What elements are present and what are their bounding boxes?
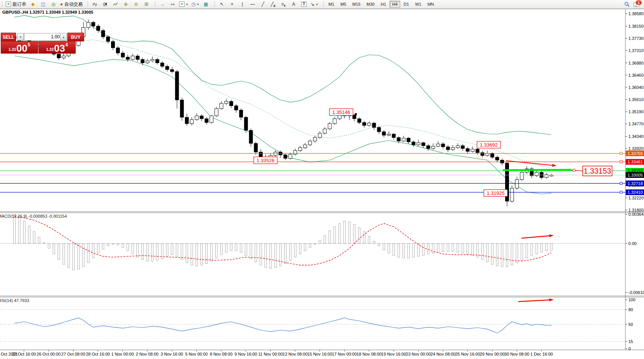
signals-icon-icon: ◎ xyxy=(51,2,55,6)
svg-text:5 Nov 00:00: 5 Nov 00:00 xyxy=(185,352,208,356)
horizontal-line-icon[interactable]: — xyxy=(248,0,258,8)
svg-text:2 Nov 08:00: 2 Nov 08:00 xyxy=(136,352,158,356)
tf-h4[interactable]: H4 xyxy=(390,1,400,8)
svg-text:1.35610: 1.35610 xyxy=(628,97,644,102)
buy-button[interactable]: BUY xyxy=(67,33,84,41)
line-chart-icon[interactable] xyxy=(111,0,120,8)
tf-m15[interactable]: M15 xyxy=(350,1,363,8)
tf-h1[interactable]: H1 xyxy=(378,1,389,8)
autotrading-button[interactable]: ●自动交易 xyxy=(59,0,84,8)
auto-scroll-icon-icon: → xyxy=(160,2,165,6)
vertical-line-icon-icon: | xyxy=(242,2,243,6)
annotations[interactable] xyxy=(503,161,582,302)
tf-m1[interactable]: M1 xyxy=(326,1,337,8)
chart-canvas[interactable]: 1.385801.381501.377301.373101.368801.364… xyxy=(0,0,644,359)
text-icon[interactable]: A xyxy=(289,0,299,8)
svg-text:11 Nov 00:00: 11 Nov 00:00 xyxy=(258,352,283,356)
cursor-icon[interactable]: ↖ xyxy=(217,0,227,8)
trade-group: +新订单◆◫◎●自动交易 xyxy=(0,0,86,8)
level-handle[interactable] xyxy=(620,191,622,193)
auto-scroll-icon[interactable]: → xyxy=(157,0,167,8)
bar-chart-icon[interactable] xyxy=(90,0,100,8)
svg-text:1 Nov 00:00: 1 Nov 00:00 xyxy=(111,352,134,356)
svg-text:1.32718: 1.32718 xyxy=(628,181,643,186)
search-button[interactable] xyxy=(623,1,630,8)
level-handle[interactable] xyxy=(620,161,622,163)
svg-text:1.33526: 1.33526 xyxy=(257,158,275,163)
buy-price-sup: 4 xyxy=(65,42,68,47)
tf-mn[interactable]: MN xyxy=(425,1,437,8)
zoom-in-icon[interactable]: ⊕ xyxy=(121,0,130,8)
new-order-button[interactable]: +新订单 xyxy=(5,0,27,8)
chevron-down-icon: ▼ xyxy=(197,3,199,6)
notifications-button[interactable]: 1 xyxy=(633,1,641,7)
text-icon-icon: A xyxy=(292,2,295,6)
trendline-icon[interactable]: ╱ xyxy=(258,0,268,8)
svg-text:1.35190: 1.35190 xyxy=(628,109,644,114)
rsi-arrow[interactable] xyxy=(518,300,552,302)
tf-m30[interactable]: M30 xyxy=(364,1,377,8)
thick-green-trendline[interactable] xyxy=(503,170,571,170)
toolbar: +新订单◆◫◎●自动交易⊕⊖⊞→↦+▼◷▼▦↖+|—╱╱E≡FAT↘▼M1M5M… xyxy=(0,0,644,9)
zoom-out-icon[interactable]: ⊖ xyxy=(131,0,141,8)
templates-dropdown[interactable]: ▦ xyxy=(201,0,211,8)
tile-windows-icon[interactable]: ⊞ xyxy=(142,0,151,8)
svg-text:0: 0 xyxy=(628,346,631,351)
chart-shift-icon[interactable]: ↦ xyxy=(168,0,177,8)
svg-text:1.34340: 1.34340 xyxy=(628,134,644,139)
sell-price-button[interactable]: 1.33 00 5 xyxy=(1,41,38,54)
volume-decrease-button[interactable]: ▼ xyxy=(17,33,24,41)
svg-text:1.35146: 1.35146 xyxy=(332,109,350,115)
panel-borders xyxy=(0,9,644,350)
tf-w1[interactable]: W1 xyxy=(412,1,424,8)
macd-panel: 0.0036410.00-0.006109 xyxy=(0,212,644,295)
level-handle[interactable] xyxy=(620,152,622,155)
svg-text:1.33005: 1.33005 xyxy=(628,173,643,177)
tf-d1[interactable]: D1 xyxy=(401,1,412,8)
macd-arrow[interactable] xyxy=(522,236,552,238)
svg-text:26 Oct 00:00: 26 Oct 00:00 xyxy=(37,352,60,356)
price-arrow[interactable] xyxy=(506,161,555,166)
tf-m5[interactable]: M5 xyxy=(338,1,349,8)
macd-label: MACD(12,26,9) -0.000853 -0.001154 xyxy=(0,214,67,218)
price-axis[interactable]: 1.385801.381501.377301.373101.368801.364… xyxy=(625,11,644,212)
periods-dropdown[interactable]: ◷▼ xyxy=(190,0,200,8)
signals-icon[interactable]: ◎ xyxy=(49,0,58,8)
sell-button[interactable]: SELL xyxy=(1,33,16,41)
new-chart-dropdown[interactable]: +▼ xyxy=(178,0,189,8)
arrows-dropdown[interactable]: ↘▼ xyxy=(310,0,320,8)
volume-increase-button[interactable]: ▲ xyxy=(60,33,67,41)
time-axis[interactable]: Oct 202122 Oct 16:0026 Oct 00:0027 Oct 0… xyxy=(1,350,553,356)
svg-text:25 Nov 16:00: 25 Nov 16:00 xyxy=(455,352,480,356)
candlestick-chart-icon[interactable] xyxy=(100,0,110,8)
svg-text:1.33461: 1.33461 xyxy=(628,160,643,164)
sell-price-prefix: 1.33 xyxy=(8,47,16,52)
equidistant-channel-icon[interactable]: ╱E xyxy=(269,0,278,8)
autotrading-button-label: 自动交易 xyxy=(64,1,83,8)
svg-text:1.33920: 1.33920 xyxy=(628,146,644,151)
svg-text:15: 15 xyxy=(628,339,633,344)
chart-shift-icon-icon: ↦ xyxy=(171,2,175,6)
cursor-icon-icon: ↖ xyxy=(220,2,224,6)
profiles-icon[interactable]: ◫ xyxy=(38,0,48,8)
svg-text:22 Oct 16:00: 22 Oct 16:00 xyxy=(12,352,36,356)
timeframe-group: M1M5M15M30H1H4D1W1MN xyxy=(321,0,439,8)
svg-text:100: 100 xyxy=(628,297,635,302)
svg-text:27 Oct 08:00: 27 Oct 08:00 xyxy=(61,352,85,356)
volume-input[interactable]: 1.00 xyxy=(24,33,62,41)
fibonacci-icon-icon: ≡ xyxy=(281,2,284,6)
svg-text:1.33692: 1.33692 xyxy=(480,142,498,148)
templates-icon[interactable]: ◆ xyxy=(28,0,38,8)
crosshair-icon-icon: + xyxy=(231,2,234,6)
buy-price-button[interactable]: 1.33 03 4 xyxy=(38,41,76,54)
toolbar-right: 1 xyxy=(623,0,641,8)
text-label-icon[interactable]: T xyxy=(299,0,309,8)
svg-text:28 Oct 16:00: 28 Oct 16:00 xyxy=(86,352,110,356)
crosshair-icon[interactable]: + xyxy=(227,0,237,8)
svg-text:50: 50 xyxy=(628,322,633,327)
symbol-ohlc-line: GBPUSD-,H4 1.32971 1.33049 1.32949 1.330… xyxy=(2,10,93,14)
level-handle[interactable] xyxy=(620,182,622,185)
chevron-down-icon: ▼ xyxy=(19,36,22,38)
fibonacci-icon[interactable]: ≡F xyxy=(279,0,288,8)
vertical-line-icon[interactable]: | xyxy=(238,0,247,8)
